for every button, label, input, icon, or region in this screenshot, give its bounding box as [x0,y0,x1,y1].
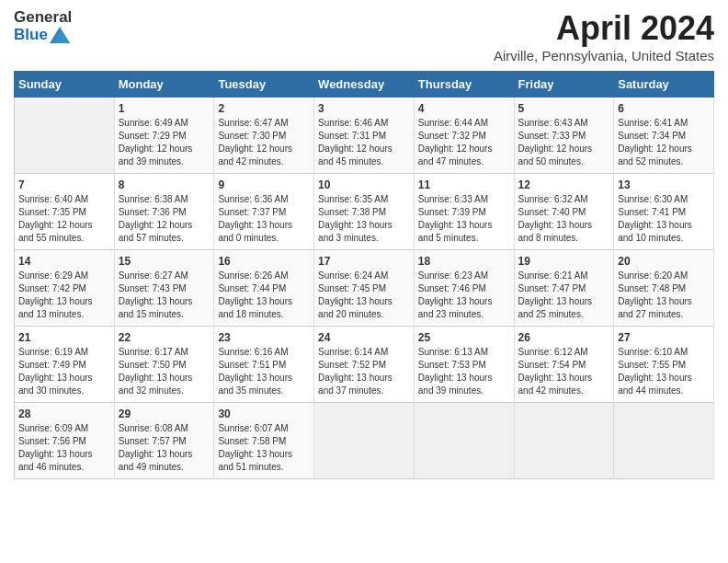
day-number: 19 [518,255,610,268]
day-number: 26 [518,331,610,344]
calendar-cell: 8Sunrise: 6:38 AMSunset: 7:36 PMDaylight… [114,174,214,250]
day-number: 23 [218,331,310,344]
day-number: 29 [119,408,210,420]
day-info: Sunrise: 6:24 AMSunset: 7:45 PMDaylight:… [318,270,410,321]
day-info: Sunrise: 6:46 AMSunset: 7:31 PMDaylight:… [318,117,410,168]
day-info: Sunrise: 6:12 AMSunset: 7:54 PMDaylight:… [518,346,610,397]
calendar-cell: 22Sunrise: 6:17 AMSunset: 7:50 PMDayligh… [114,327,214,403]
day-number: 11 [418,178,510,191]
calendar-cell: 28Sunrise: 6:09 AMSunset: 7:56 PMDayligh… [15,403,115,479]
day-info: Sunrise: 6:47 AMSunset: 7:30 PMDaylight:… [218,117,310,168]
day-info: Sunrise: 6:07 AMSunset: 7:58 PMDaylight:… [218,422,310,474]
calendar-cell: 13Sunrise: 6:30 AMSunset: 7:41 PMDayligh… [614,174,714,250]
day-info: Sunrise: 6:41 AMSunset: 7:34 PMDaylight:… [618,117,710,168]
day-info: Sunrise: 6:08 AMSunset: 7:57 PMDaylight:… [119,422,210,474]
day-header-wednesday: Wednesday [314,72,415,98]
calendar-cell: 4Sunrise: 6:44 AMSunset: 7:32 PMDaylight… [414,98,514,174]
calendar-cell: 19Sunrise: 6:21 AMSunset: 7:47 PMDayligh… [514,250,614,327]
day-header-friday: Friday [514,72,614,98]
day-info: Sunrise: 6:49 AMSunset: 7:29 PMDaylight:… [119,117,210,168]
title-area: April 2024 Airville, Pennsylvania, Unite… [494,9,714,63]
day-number: 8 [119,178,210,191]
day-info: Sunrise: 6:30 AMSunset: 7:41 PMDaylight:… [618,193,710,245]
calendar-cell [314,403,415,479]
day-number: 27 [618,331,710,344]
day-number: 18 [418,255,510,268]
calendar-cell: 18Sunrise: 6:23 AMSunset: 7:46 PMDayligh… [414,250,514,327]
calendar-cell: 11Sunrise: 6:33 AMSunset: 7:39 PMDayligh… [414,174,514,250]
calendar-cell: 17Sunrise: 6:24 AMSunset: 7:45 PMDayligh… [314,250,415,327]
calendar-cell: 23Sunrise: 6:16 AMSunset: 7:51 PMDayligh… [214,327,314,403]
day-info: Sunrise: 6:43 AMSunset: 7:33 PMDaylight:… [518,117,610,168]
day-number: 12 [518,178,610,191]
day-info: Sunrise: 6:14 AMSunset: 7:52 PMDaylight:… [318,346,410,397]
calendar-cell: 16Sunrise: 6:26 AMSunset: 7:44 PMDayligh… [214,250,314,327]
day-info: Sunrise: 6:44 AMSunset: 7:32 PMDaylight:… [418,117,510,168]
day-info: Sunrise: 6:09 AMSunset: 7:56 PMDaylight:… [18,422,110,474]
day-info: Sunrise: 6:26 AMSunset: 7:44 PMDaylight:… [218,270,310,321]
day-number: 16 [218,255,310,268]
day-info: Sunrise: 6:23 AMSunset: 7:46 PMDaylight:… [418,270,510,321]
calendar-cell: 29Sunrise: 6:08 AMSunset: 7:57 PMDayligh… [114,403,214,479]
day-info: Sunrise: 6:27 AMSunset: 7:43 PMDaylight:… [119,270,210,321]
day-info: Sunrise: 6:29 AMSunset: 7:42 PMDaylight:… [18,270,110,321]
day-number: 14 [18,255,110,268]
day-number: 20 [618,255,710,268]
calendar-header-row: SundayMondayTuesdayWednesdayThursdayFrid… [15,72,714,98]
calendar-cell: 20Sunrise: 6:20 AMSunset: 7:48 PMDayligh… [614,250,714,327]
day-info: Sunrise: 6:10 AMSunset: 7:55 PMDaylight:… [618,346,710,397]
calendar-cell [614,403,714,479]
day-number: 25 [418,331,510,344]
header: General Blue April 2024 Airville, Pennsy… [14,9,714,63]
logo-blue: Blue [14,27,48,44]
calendar-cell: 21Sunrise: 6:19 AMSunset: 7:49 PMDayligh… [15,327,115,403]
calendar-table: SundayMondayTuesdayWednesdayThursdayFrid… [14,71,714,479]
logo: General Blue [14,9,72,43]
calendar-cell: 9Sunrise: 6:36 AMSunset: 7:37 PMDaylight… [214,174,314,250]
day-number: 17 [318,255,410,268]
month-title: April 2024 [494,9,714,48]
day-number: 1 [119,102,210,115]
calendar-week-row: 21Sunrise: 6:19 AMSunset: 7:49 PMDayligh… [15,327,714,403]
day-info: Sunrise: 6:35 AMSunset: 7:38 PMDaylight:… [318,193,410,245]
calendar-week-row: 1Sunrise: 6:49 AMSunset: 7:29 PMDaylight… [15,98,714,174]
day-number: 24 [318,331,410,344]
day-info: Sunrise: 6:32 AMSunset: 7:40 PMDaylight:… [518,193,610,245]
day-info: Sunrise: 6:17 AMSunset: 7:50 PMDaylight:… [119,346,210,397]
day-number: 9 [218,178,310,191]
day-info: Sunrise: 6:16 AMSunset: 7:51 PMDaylight:… [218,346,310,397]
day-number: 21 [18,331,110,344]
day-info: Sunrise: 6:19 AMSunset: 7:49 PMDaylight:… [18,346,110,397]
day-number: 10 [318,178,410,191]
calendar-cell: 15Sunrise: 6:27 AMSunset: 7:43 PMDayligh… [114,250,214,327]
day-number: 5 [518,102,610,115]
calendar-cell: 24Sunrise: 6:14 AMSunset: 7:52 PMDayligh… [314,327,415,403]
day-header-tuesday: Tuesday [214,72,314,98]
calendar-cell: 1Sunrise: 6:49 AMSunset: 7:29 PMDaylight… [114,98,214,174]
day-info: Sunrise: 6:33 AMSunset: 7:39 PMDaylight:… [418,193,510,245]
calendar-week-row: 7Sunrise: 6:40 AMSunset: 7:35 PMDaylight… [15,174,714,250]
calendar-cell: 10Sunrise: 6:35 AMSunset: 7:38 PMDayligh… [314,174,415,250]
day-info: Sunrise: 6:36 AMSunset: 7:37 PMDaylight:… [218,193,310,245]
calendar-cell: 27Sunrise: 6:10 AMSunset: 7:55 PMDayligh… [614,327,714,403]
calendar-week-row: 28Sunrise: 6:09 AMSunset: 7:56 PMDayligh… [15,403,714,479]
day-number: 3 [318,102,410,115]
calendar-cell: 14Sunrise: 6:29 AMSunset: 7:42 PMDayligh… [15,250,115,327]
logo-icon [50,27,70,43]
day-number: 22 [119,331,210,344]
day-info: Sunrise: 6:40 AMSunset: 7:35 PMDaylight:… [18,193,110,245]
location-title: Airville, Pennsylvania, United States [494,48,714,63]
calendar-cell: 30Sunrise: 6:07 AMSunset: 7:58 PMDayligh… [214,403,314,479]
day-number: 13 [618,178,710,191]
calendar-cell [15,98,115,174]
day-number: 30 [218,408,310,420]
day-number: 2 [218,102,310,115]
calendar-cell: 7Sunrise: 6:40 AMSunset: 7:35 PMDaylight… [15,174,115,250]
calendar-week-row: 14Sunrise: 6:29 AMSunset: 7:42 PMDayligh… [15,250,714,327]
calendar-cell: 26Sunrise: 6:12 AMSunset: 7:54 PMDayligh… [514,327,614,403]
day-number: 6 [618,102,710,115]
day-number: 28 [18,408,110,420]
calendar-cell: 2Sunrise: 6:47 AMSunset: 7:30 PMDaylight… [214,98,314,174]
day-header-monday: Monday [114,72,214,98]
day-number: 15 [119,255,210,268]
